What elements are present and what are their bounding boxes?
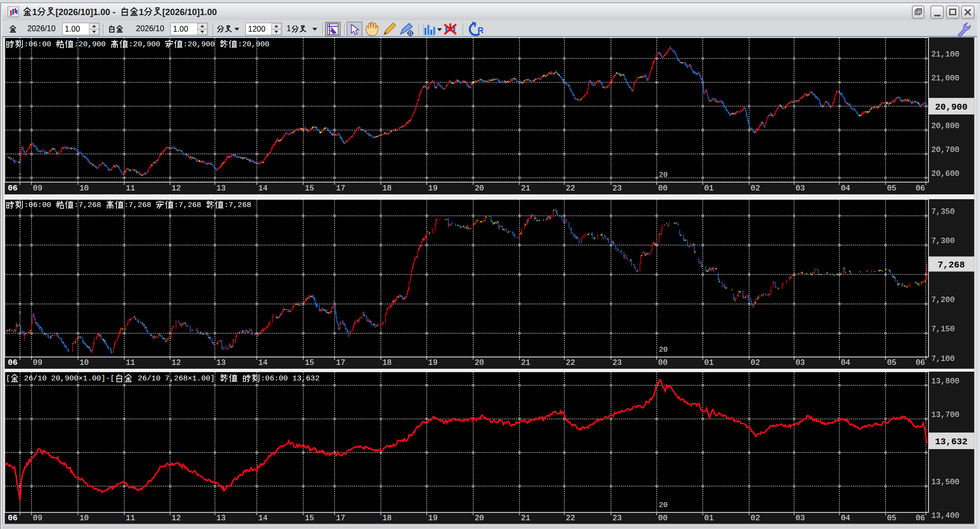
svg-text:11: 11 — [126, 359, 135, 367]
svg-text:[2026/10]1.00: [2026/10]1.00 — [162, 7, 217, 17]
svg-text:03: 03 — [796, 514, 805, 523]
svg-text:00: 00 — [658, 359, 668, 367]
svg-text:06: 06 — [8, 358, 18, 367]
svg-text:20: 20 — [659, 171, 668, 179]
svg-text:20,700: 20,700 — [931, 146, 960, 154]
svg-text:12: 12 — [172, 184, 181, 193]
svg-text::20,900: :20,900 — [129, 40, 165, 49]
svg-text::7,268: :7,268 — [174, 201, 206, 209]
svg-text:7,268: 7,268 — [938, 260, 965, 270]
svg-text:20: 20 — [475, 184, 484, 193]
svg-text:02: 02 — [750, 359, 760, 367]
svg-text:14: 14 — [258, 359, 268, 367]
svg-text:13,400: 13,400 — [931, 511, 960, 520]
svg-text::7,268: :7,268 — [74, 201, 106, 209]
svg-text:03: 03 — [796, 359, 805, 367]
svg-text:21,000: 21,000 — [931, 74, 960, 83]
svg-text:1.00: 1.00 — [173, 25, 188, 33]
svg-text:09: 09 — [33, 184, 42, 193]
svg-text:13: 13 — [216, 359, 226, 367]
svg-text:22: 22 — [566, 514, 575, 523]
svg-text:01: 01 — [704, 359, 713, 367]
svg-text:19: 19 — [428, 514, 438, 523]
svg-text:13,500: 13,500 — [931, 478, 960, 487]
svg-text:15: 15 — [305, 359, 314, 367]
svg-text:1: 1 — [287, 24, 291, 33]
svg-text:00: 00 — [658, 184, 668, 193]
svg-text:21: 21 — [521, 184, 530, 193]
svg-text:21: 21 — [521, 359, 530, 367]
svg-text::7,268: :7,268 — [124, 201, 156, 209]
svg-text:10: 10 — [79, 184, 89, 193]
svg-text:1.00: 1.00 — [65, 25, 80, 33]
svg-text:14: 14 — [258, 514, 268, 523]
svg-text:15: 15 — [305, 514, 314, 523]
svg-text:02: 02 — [750, 514, 760, 523]
svg-text:04: 04 — [841, 514, 850, 523]
svg-text:05: 05 — [887, 514, 896, 523]
svg-text:22: 22 — [566, 184, 575, 193]
svg-text:2026/10: 2026/10 — [27, 24, 56, 33]
svg-text:12: 12 — [172, 514, 181, 523]
svg-text:13,700: 13,700 — [931, 411, 960, 419]
svg-text:18: 18 — [383, 184, 392, 193]
svg-text:01: 01 — [704, 184, 713, 193]
svg-text:26/10 7,268×1.00]: 26/10 7,268×1.00] — [133, 374, 219, 383]
svg-text:20,600: 20,600 — [931, 170, 960, 178]
svg-text:7,150: 7,150 — [931, 325, 955, 334]
svg-text::20,900: :20,900 — [74, 40, 110, 49]
svg-text:21,100: 21,100 — [931, 50, 960, 59]
svg-text:19: 19 — [428, 184, 438, 193]
svg-text::20,900: :20,900 — [183, 40, 219, 49]
svg-text::06:00: :06:00 — [24, 201, 56, 209]
svg-text:17: 17 — [336, 514, 346, 523]
svg-text:09: 09 — [33, 514, 42, 523]
svg-text::06:00: :06:00 — [24, 40, 56, 49]
svg-text:[2026/10]1.00 -: [2026/10]1.00 - — [56, 7, 118, 17]
svg-text:13,800: 13,800 — [931, 377, 960, 386]
svg-text:13,632: 13,632 — [935, 437, 968, 447]
svg-text:20: 20 — [475, 514, 484, 523]
svg-text:17: 17 — [336, 184, 346, 193]
svg-text:1: 1 — [139, 7, 144, 17]
svg-text:09: 09 — [33, 359, 42, 367]
svg-text:04: 04 — [841, 359, 850, 367]
svg-text:26/10 20,900×1.00]-[: 26/10 20,900×1.00]-[ — [19, 374, 115, 383]
svg-text:06: 06 — [916, 184, 925, 193]
svg-text:7,100: 7,100 — [931, 355, 955, 363]
svg-text::20,900: :20,900 — [238, 40, 269, 49]
svg-text:22: 22 — [566, 359, 575, 367]
svg-text:R: R — [478, 26, 483, 35]
svg-text:1: 1 — [32, 7, 37, 17]
svg-text:20,900: 20,900 — [935, 102, 968, 113]
svg-text:06: 06 — [916, 514, 925, 523]
svg-text:02: 02 — [750, 184, 760, 193]
svg-text:18: 18 — [383, 514, 392, 523]
svg-text:23: 23 — [613, 184, 622, 193]
svg-text:21: 21 — [521, 514, 530, 523]
svg-text:[: [ — [6, 374, 10, 383]
svg-text:23: 23 — [613, 514, 622, 523]
svg-text:20: 20 — [475, 359, 484, 367]
svg-text:20: 20 — [659, 501, 668, 510]
svg-text:20,800: 20,800 — [931, 122, 960, 131]
svg-text:06: 06 — [8, 184, 18, 193]
svg-text:11: 11 — [126, 184, 135, 193]
svg-text:00: 00 — [658, 514, 668, 523]
svg-text:20: 20 — [659, 346, 668, 354]
svg-text:10: 10 — [79, 359, 89, 367]
svg-text:04: 04 — [841, 184, 850, 193]
svg-text:12: 12 — [172, 359, 181, 367]
svg-text:01: 01 — [704, 514, 713, 523]
svg-text:10: 10 — [79, 514, 89, 523]
svg-text:06: 06 — [916, 359, 925, 367]
svg-text::06:00 13,632: :06:00 13,632 — [261, 374, 320, 383]
svg-text:18: 18 — [383, 359, 392, 367]
svg-text:1200: 1200 — [248, 25, 266, 33]
svg-text:19: 19 — [428, 359, 438, 367]
svg-text:17: 17 — [336, 359, 346, 367]
svg-text:7,200: 7,200 — [931, 296, 955, 304]
svg-text:06: 06 — [8, 513, 18, 523]
svg-text:13: 13 — [216, 514, 226, 523]
svg-text:05: 05 — [887, 184, 896, 193]
